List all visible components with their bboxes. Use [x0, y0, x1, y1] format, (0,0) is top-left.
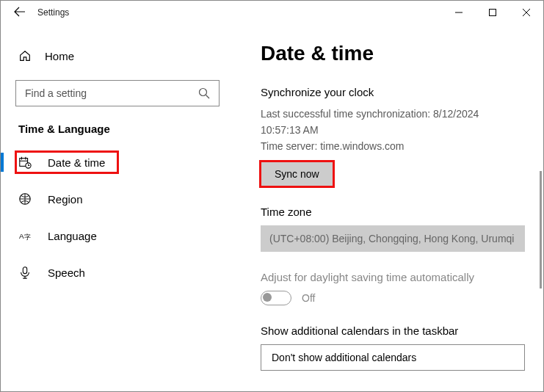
page-heading: Date & time [261, 42, 543, 65]
timezone-select[interactable]: (UTC+08:00) Beijing, Chongqing, Hong Kon… [261, 225, 525, 252]
calendar-clock-icon [18, 156, 32, 169]
minimize-icon [455, 9, 463, 16]
svg-rect-0 [490, 10, 496, 16]
time-server: Time server: time.windows.com [261, 138, 543, 154]
sidebar: Home Time & Language Date & time Region … [1, 24, 247, 391]
nav-label: Speech [48, 266, 85, 279]
window-controls [442, 1, 543, 24]
sync-now-button[interactable]: Sync now [261, 161, 333, 186]
search-input[interactable] [25, 87, 198, 99]
last-sync-time: 10:57:13 AM [261, 122, 543, 138]
settings-window: Settings Home Time & Language [0, 0, 544, 392]
nav-item-region[interactable]: Region [15, 188, 233, 210]
category-heading: Time & Language [15, 123, 233, 135]
globe-icon [18, 192, 32, 206]
timezone-section: Time zone (UTC+08:00) Beijing, Chongqing… [261, 206, 543, 252]
nav-list: Date & time Region A字 Language Speech [15, 151, 233, 283]
dst-label: Adjust for daylight saving time automati… [261, 271, 543, 283]
maximize-icon [489, 9, 496, 16]
nav-label: Date & time [48, 156, 105, 169]
calendars-select[interactable]: Don't show additional calendars [261, 344, 525, 371]
scrollbar[interactable] [540, 171, 542, 288]
dst-state: Off [302, 292, 315, 304]
svg-point-1 [200, 89, 207, 96]
home-label: Home [45, 50, 74, 62]
nav-item-speech[interactable]: Speech [15, 261, 233, 283]
body: Home Time & Language Date & time Region … [1, 24, 543, 391]
search-box[interactable] [15, 80, 220, 106]
home-button[interactable]: Home [15, 45, 233, 67]
nav-item-language[interactable]: A字 Language [15, 225, 233, 247]
back-button[interactable] [14, 6, 26, 20]
sync-section: Synchronize your clock Last successful t… [261, 86, 543, 186]
dst-section: Adjust for daylight saving time automati… [261, 271, 543, 305]
last-sync-date: Last successful time synchronization: 8/… [261, 106, 543, 122]
language-icon: A字 [18, 229, 32, 242]
dst-toggle[interactable] [261, 291, 291, 305]
nav-label: Language [48, 230, 97, 242]
window-title: Settings [37, 7, 69, 18]
sync-label: Synchronize your clock [261, 86, 543, 98]
svg-text:A: A [19, 232, 24, 240]
close-icon [523, 9, 530, 16]
arrow-left-icon [14, 6, 26, 18]
main-pane: Date & time Synchronize your clock Last … [247, 24, 543, 391]
svg-text:字: 字 [24, 233, 31, 241]
nav-item-date-time[interactable]: Date & time [15, 151, 118, 173]
home-icon [18, 49, 32, 62]
titlebar: Settings [1, 1, 543, 24]
minimize-button[interactable] [442, 1, 476, 24]
titlebar-left: Settings [1, 6, 69, 20]
nav-label: Region [48, 193, 83, 206]
calendars-label: Show additional calendars in the taskbar [261, 324, 543, 337]
timezone-label: Time zone [261, 206, 543, 218]
dst-toggle-row: Off [261, 291, 543, 305]
calendars-section: Show additional calendars in the taskbar… [261, 324, 543, 371]
calendars-value: Don't show additional calendars [272, 352, 416, 363]
search-icon [198, 87, 210, 99]
microphone-icon [18, 266, 32, 279]
svg-rect-7 [23, 267, 26, 274]
close-button[interactable] [509, 1, 543, 24]
timezone-value: (UTC+08:00) Beijing, Chongqing, Hong Kon… [269, 233, 514, 244]
maximize-button[interactable] [476, 1, 509, 24]
